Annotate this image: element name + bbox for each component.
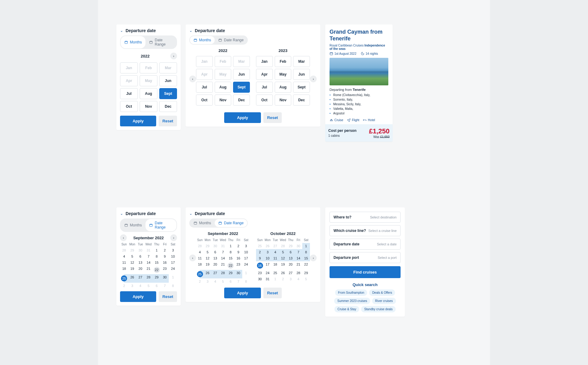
- toggle-daterange[interactable]: Date Range: [215, 36, 247, 44]
- month-cell[interactable]: Nov: [140, 101, 157, 112]
- day-cell[interactable]: 11: [196, 255, 204, 261]
- day-cell[interactable]: 6: [153, 283, 161, 289]
- month-cell[interactable]: Jul: [196, 82, 213, 93]
- month-cell[interactable]: Oct: [120, 101, 138, 112]
- day-cell[interactable]: 26: [204, 270, 211, 278]
- apply-button[interactable]: Apply: [120, 291, 156, 302]
- day-cell[interactable]: 24: [264, 270, 271, 276]
- day-cell[interactable]: 4: [211, 278, 219, 285]
- day-cell[interactable]: 6: [136, 253, 145, 259]
- day-cell[interactable]: 5: [128, 253, 137, 259]
- reset-button[interactable]: Reset: [159, 291, 177, 302]
- day-cell[interactable]: 8: [227, 249, 235, 255]
- reset-button[interactable]: Reset: [263, 288, 282, 298]
- month-cell[interactable]: Oct: [196, 95, 213, 106]
- day-cell[interactable]: 2: [120, 283, 128, 289]
- day-cell[interactable]: 28: [145, 274, 153, 283]
- day-cell[interactable]: 27: [271, 243, 279, 249]
- day-cell[interactable]: 15: [153, 259, 161, 266]
- day-cell[interactable]: 3: [242, 243, 250, 249]
- day-cell[interactable]: 14: [145, 259, 153, 266]
- month-prev-button[interactable]: ‹: [120, 234, 127, 241]
- day-cell[interactable]: 26: [279, 270, 287, 276]
- day-cell[interactable]: 30: [136, 247, 145, 253]
- day-cell[interactable]: 3: [204, 278, 211, 285]
- month-next-button[interactable]: ›: [170, 234, 177, 241]
- month-next-button[interactable]: ›: [310, 255, 317, 261]
- day-cell[interactable]: 31: [219, 243, 227, 249]
- day-cell[interactable]: 14: [295, 255, 302, 261]
- day-cell[interactable]: 30: [256, 276, 264, 282]
- day-cell[interactable]: 20: [287, 261, 295, 270]
- quick-search-chip[interactable]: Cruise & Stay: [334, 306, 359, 312]
- day-cell[interactable]: 30: [211, 243, 219, 249]
- day-cell[interactable]: 22: [153, 266, 161, 274]
- day-cell[interactable]: 14: [219, 255, 227, 261]
- quick-search-chip[interactable]: Standby cruise deals: [361, 306, 396, 312]
- day-cell[interactable]: 23: [161, 266, 169, 274]
- toggle-daterange[interactable]: Date Range: [145, 36, 176, 48]
- day-cell[interactable]: 19: [279, 261, 287, 270]
- day-cell[interactable]: 23: [256, 270, 264, 276]
- month-cell[interactable]: Jun: [159, 75, 177, 86]
- day-cell[interactable]: 27: [211, 270, 219, 278]
- day-cell[interactable]: 7: [145, 253, 153, 259]
- day-cell[interactable]: 11: [120, 259, 128, 266]
- day-cell[interactable]: 21: [219, 261, 227, 270]
- month-cell[interactable]: Jun: [233, 69, 250, 80]
- month-prev-button[interactable]: ‹: [189, 255, 196, 261]
- day-cell[interactable]: 4: [295, 276, 302, 282]
- day-cell[interactable]: 9: [256, 255, 264, 261]
- day-cell[interactable]: 10: [264, 255, 271, 261]
- month-cell[interactable]: Sept: [233, 82, 250, 93]
- toggle-daterange[interactable]: Date Range: [145, 219, 176, 231]
- toggle-months[interactable]: Months: [121, 36, 145, 48]
- quick-search-chip[interactable]: Summer 2023 cruises: [334, 298, 370, 304]
- quick-search-chip[interactable]: From Southampton: [335, 289, 368, 296]
- day-cell[interactable]: 2: [235, 243, 242, 249]
- quick-search-chip[interactable]: River cruises: [372, 298, 396, 304]
- day-cell[interactable]: 5: [219, 278, 227, 285]
- day-cell[interactable]: 28: [295, 270, 302, 276]
- month-cell[interactable]: Aug: [275, 82, 292, 93]
- day-cell[interactable]: 10: [169, 253, 177, 259]
- day-cell[interactable]: 5: [279, 249, 287, 255]
- find-cruises-button[interactable]: Find cruises: [330, 266, 401, 278]
- day-cell[interactable]: 19: [204, 261, 211, 270]
- toggle-months[interactable]: Months: [121, 219, 145, 231]
- year-next-button[interactable]: ›: [170, 53, 177, 59]
- day-cell[interactable]: 5: [204, 249, 211, 255]
- day-cell[interactable]: 25: [120, 274, 128, 283]
- day-cell[interactable]: 29: [287, 243, 295, 249]
- search-field[interactable]: Where to?Select destination: [330, 212, 401, 223]
- day-cell[interactable]: 10: [242, 249, 250, 255]
- month-cell[interactable]: Jul: [120, 88, 138, 99]
- year-next-button[interactable]: ›: [310, 76, 317, 82]
- reset-button[interactable]: Reset: [263, 112, 282, 123]
- day-cell[interactable]: 27: [136, 274, 145, 283]
- day-cell[interactable]: 1: [242, 270, 250, 278]
- year-prev-button[interactable]: ‹: [189, 76, 196, 82]
- toggle-months[interactable]: Months: [190, 219, 215, 227]
- day-cell[interactable]: 27: [287, 270, 295, 276]
- day-cell[interactable]: 25: [256, 243, 264, 249]
- day-cell[interactable]: 12: [128, 259, 137, 266]
- day-cell[interactable]: 1: [153, 247, 161, 253]
- day-cell[interactable]: 26: [128, 274, 137, 283]
- day-cell[interactable]: 5: [145, 283, 153, 289]
- day-cell[interactable]: 8: [302, 249, 310, 255]
- day-cell[interactable]: 6: [211, 249, 219, 255]
- day-cell[interactable]: 7: [235, 278, 242, 285]
- month-cell[interactable]: Oct: [256, 95, 273, 106]
- reset-button[interactable]: Reset: [159, 116, 177, 126]
- day-cell[interactable]: 16: [235, 255, 242, 261]
- day-cell[interactable]: 8: [242, 278, 250, 285]
- day-cell[interactable]: 30: [295, 243, 302, 249]
- day-cell[interactable]: 24: [169, 266, 177, 274]
- month-cell[interactable]: Jul: [256, 82, 273, 93]
- day-cell[interactable]: 18: [120, 266, 128, 274]
- quick-search-chip[interactable]: Deals & Offers: [369, 289, 395, 296]
- day-cell[interactable]: 13: [287, 255, 295, 261]
- day-cell[interactable]: 1: [227, 243, 235, 249]
- day-cell[interactable]: 3: [169, 247, 177, 253]
